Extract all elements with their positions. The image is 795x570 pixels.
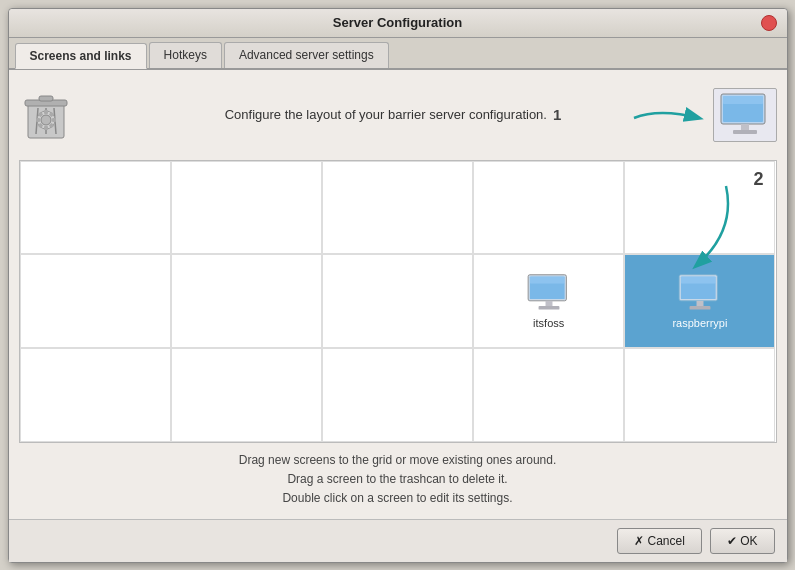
svg-rect-31 [689,306,710,309]
bottom-line-3: Double click on a screen to edit its set… [19,489,777,508]
svg-rect-24 [530,277,565,284]
grid-cell-3-5 [624,348,775,442]
button-bar: ✗ Cancel ✔ OK [9,519,787,562]
screen-itsfoss[interactable]: itsfoss [522,269,576,333]
svg-rect-11 [52,118,56,122]
svg-rect-30 [696,301,703,306]
dialog-title: Server Configuration [35,15,761,30]
arrow-2 [656,181,746,281]
svg-rect-19 [723,96,763,104]
grid-cell-itsfoss[interactable]: itsfoss [473,254,624,348]
server-config-dialog: Server Configuration Screens and links H… [8,8,788,563]
tab-hotkeys[interactable]: Hotkeys [149,42,222,68]
title-bar: Server Configuration [9,9,787,38]
monitor-icon-top [713,88,777,142]
tab-bar: Screens and links Hotkeys Advanced serve… [9,38,787,70]
bottom-instructions: Drag new screens to the grid or move exi… [19,451,777,509]
close-button[interactable] [761,15,777,31]
svg-rect-2 [39,96,53,101]
tab-screens[interactable]: Screens and links [15,43,147,69]
arrow-1 [629,98,709,138]
svg-rect-10 [36,118,40,122]
screen-grid[interactable]: itsfoss raspberrypi [19,160,777,443]
trash-icon [19,85,74,145]
svg-rect-8 [44,110,48,114]
instruction-label: Configure the layout of your barrier ser… [225,107,547,122]
grid-cell-1-3 [322,161,473,255]
bottom-line-1: Drag new screens to the grid or move exi… [19,451,777,470]
step-2-badge: 2 [753,169,763,190]
svg-point-7 [41,115,51,125]
svg-rect-26 [538,306,559,309]
svg-rect-21 [733,130,757,134]
grid-cell-1-2 [171,161,322,255]
ok-button[interactable]: ✔ OK [710,528,775,554]
svg-rect-9 [44,126,48,130]
top-section: Configure the layout of your barrier ser… [19,80,777,150]
svg-rect-25 [545,301,552,306]
grid-cell-3-2 [171,348,322,442]
svg-rect-20 [741,124,749,130]
grid-cell-2-2 [171,254,322,348]
grid-cell-3-3 [322,348,473,442]
bottom-line-2: Drag a screen to the trashcan to delete … [19,470,777,489]
grid-cell-2-3 [322,254,473,348]
cancel-button[interactable]: ✗ Cancel [617,528,702,554]
grid-cell-3-1 [20,348,171,442]
grid-cell-1-1 [20,161,171,255]
grid-cell-3-4 [473,348,624,442]
tab-advanced[interactable]: Advanced server settings [224,42,389,68]
itsfoss-label: itsfoss [533,317,564,329]
grid-cell-2-1 [20,254,171,348]
content-area: Configure the layout of your barrier ser… [9,70,787,519]
instruction-text: Configure the layout of your barrier ser… [74,106,713,123]
raspberrypi-label: raspberrypi [672,317,727,329]
step-1-badge: 1 [553,106,561,123]
grid-cell-1-4 [473,161,624,255]
